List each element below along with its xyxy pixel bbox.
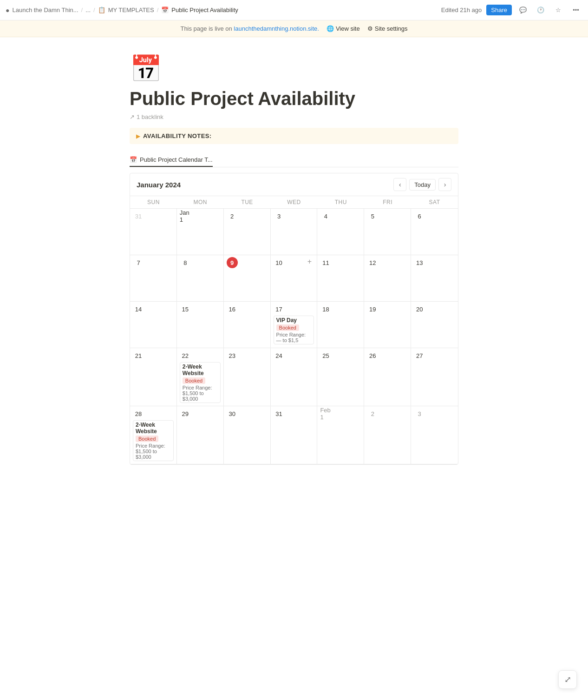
cal-cell-feb3[interactable]: 3 (411, 406, 458, 464)
backlink-arrow-icon: ↗ (130, 113, 135, 120)
cal-date-jan9: 9 (227, 257, 238, 268)
cal-date-jan24: 24 (274, 350, 285, 361)
cal-cell-dec31[interactable]: 31 (130, 209, 177, 255)
cal-date-jan2: 2 (227, 211, 238, 222)
cal-cell-jan1[interactable]: Jan 1 (177, 209, 224, 255)
cal-cell-jan28[interactable]: 28 2-Week Website Booked Price Range: $1… (130, 406, 177, 464)
2week-jan22-badge: Booked (183, 377, 205, 384)
calendar-view-tabs: 📅 Public Project Calendar T... (130, 153, 458, 167)
cal-add-button-jan10[interactable]: + (305, 257, 314, 266)
breadcrumb-current[interactable]: Public Project Availability (171, 7, 238, 13)
breadcrumb-item-3-icon: 📋 (98, 7, 105, 13)
history-icon[interactable]: 🕐 (534, 4, 547, 17)
breadcrumb-item-2[interactable]: ... (85, 7, 91, 13)
cal-cell-jan27[interactable]: 27 (411, 348, 458, 406)
cal-cell-jan31[interactable]: 31 (271, 406, 318, 464)
callout-toggle[interactable]: ▶ AVAILABILITY NOTES: (136, 132, 452, 139)
cal-cell-jan15[interactable]: 15 (177, 302, 224, 348)
callout-label: AVAILABILITY NOTES: (143, 132, 212, 139)
settings-icon: ⚙ (367, 25, 373, 32)
breadcrumb-item-3[interactable]: MY TEMPLATES (108, 7, 154, 13)
cal-date-jan8: 8 (180, 257, 191, 268)
breadcrumb-sep-1: / (81, 7, 83, 13)
cal-date-feb2: 2 (367, 408, 378, 419)
cal-cell-jan24[interactable]: 24 (271, 348, 318, 406)
calendar-prev-button[interactable]: ‹ (393, 178, 406, 191)
availability-callout[interactable]: ▶ AVAILABILITY NOTES: (130, 128, 458, 144)
cal-date-jan25: 25 (320, 350, 331, 361)
topbar: ● Launch the Damn Thin... / ... / 📋 MY T… (0, 0, 588, 20)
toggle-arrow-icon: ▶ (136, 133, 140, 139)
live-banner-link[interactable]: launchthedamnthing.notion.site. (234, 25, 319, 32)
cal-cell-jan3[interactable]: 3 (271, 209, 318, 255)
vip-day-title: VIP Day (276, 317, 312, 324)
calendar-nav: ‹ Today › (393, 178, 451, 191)
cal-cell-jan2[interactable]: 2 (224, 209, 271, 255)
day-header-mon: Mon (177, 196, 224, 208)
cal-date-jan10: 10 (274, 257, 285, 268)
cal-cell-jan5[interactable]: 5 (364, 209, 411, 255)
cal-cell-jan19[interactable]: 19 (364, 302, 411, 348)
cal-date-jan28: 28 (133, 408, 144, 419)
day-header-sat: Sat (411, 196, 458, 208)
cal-cell-jan22[interactable]: 22 2-Week Website Booked Price Range: $1… (177, 348, 224, 406)
cal-date-jan31: 31 (274, 408, 285, 419)
cal-cell-jan30[interactable]: 30 (224, 406, 271, 464)
breadcrumb-sep-2: / (93, 7, 95, 13)
site-settings-link[interactable]: ⚙ Site settings (367, 25, 408, 32)
2week-jan28-title: 2-Week Website (136, 422, 171, 435)
cal-date-jan30: 30 (227, 408, 238, 419)
cal-cell-jan29[interactable]: 29 (177, 406, 224, 464)
cal-date-jan3: 3 (274, 211, 285, 222)
cal-cell-jan20[interactable]: 20 (411, 302, 458, 348)
page-icon[interactable]: 📅 (130, 56, 458, 82)
cal-cell-jan6[interactable]: 6 (411, 209, 458, 255)
cal-date-jan18: 18 (320, 304, 331, 315)
cal-cell-jan12[interactable]: 12 (364, 255, 411, 302)
cal-cell-feb2[interactable]: 2 (364, 406, 411, 464)
cal-date-jan27: 27 (414, 350, 425, 361)
cal-cell-jan13[interactable]: 13 (411, 255, 458, 302)
day-header-tue: Tue (224, 196, 271, 208)
cal-date-jan5: 5 (367, 211, 378, 222)
cal-cell-jan4[interactable]: 4 (317, 209, 364, 255)
cal-date-feb1: Feb 1 (320, 408, 331, 419)
2week-jan22-price: Price Range: $1,500 to $3,000 (183, 385, 218, 402)
cal-cell-jan14[interactable]: 14 (130, 302, 177, 348)
cal-cell-jan10[interactable]: 10 + (271, 255, 318, 302)
calendar-next-button[interactable]: › (438, 178, 451, 191)
cal-date-jan6: 6 (414, 211, 425, 222)
cal-cell-jan11[interactable]: 11 (317, 255, 364, 302)
star-icon[interactable]: ☆ (552, 4, 565, 17)
cal-cell-jan25[interactable]: 25 (317, 348, 364, 406)
cal-cell-jan23[interactable]: 23 (224, 348, 271, 406)
cal-cell-jan21[interactable]: 21 (130, 348, 177, 406)
cal-date-jan20: 20 (414, 304, 425, 315)
calendar-tab[interactable]: 📅 Public Project Calendar T... (130, 153, 213, 167)
backlink[interactable]: ↗ 1 backlink (130, 113, 458, 120)
cal-cell-jan26[interactable]: 26 (364, 348, 411, 406)
cal-cell-jan17[interactable]: 17 VIP Day Booked Price Range: — to $1,5 (271, 302, 318, 348)
cal-cell-jan7[interactable]: 7 (130, 255, 177, 302)
cal-cell-feb1[interactable]: Feb 1 (317, 406, 364, 464)
cal-date-jan12: 12 (367, 257, 378, 268)
live-banner: This page is live on launchthedamnthing.… (0, 20, 588, 37)
page-title: Public Project Availability (130, 87, 458, 110)
calendar-today-button[interactable]: Today (409, 179, 436, 191)
day-header-fri: Fri (364, 196, 411, 208)
cal-cell-jan8[interactable]: 8 (177, 255, 224, 302)
cal-cell-jan18[interactable]: 18 (317, 302, 364, 348)
breadcrumb-item-1[interactable]: Launch the Damn Thin... (12, 7, 78, 13)
day-header-thu: Thu (317, 196, 364, 208)
view-site-link[interactable]: 🌐 View site (327, 25, 360, 32)
cal-cell-jan9[interactable]: 9 (224, 255, 271, 302)
cal-event-2week-jan28[interactable]: 2-Week Website Booked Price Range: $1,50… (133, 420, 174, 461)
cal-date-jan26: 26 (367, 350, 378, 361)
cal-event-2week-jan22[interactable]: 2-Week Website Booked Price Range: $1,50… (180, 362, 221, 403)
cal-event-vip-day[interactable]: VIP Day Booked Price Range: — to $1,5 (274, 316, 314, 344)
more-icon[interactable]: ••• (569, 4, 582, 17)
cal-cell-jan16[interactable]: 16 (224, 302, 271, 348)
cal-date-jan19: 19 (367, 304, 378, 315)
share-button[interactable]: Share (486, 5, 512, 15)
comment-icon[interactable]: 💬 (516, 4, 529, 17)
